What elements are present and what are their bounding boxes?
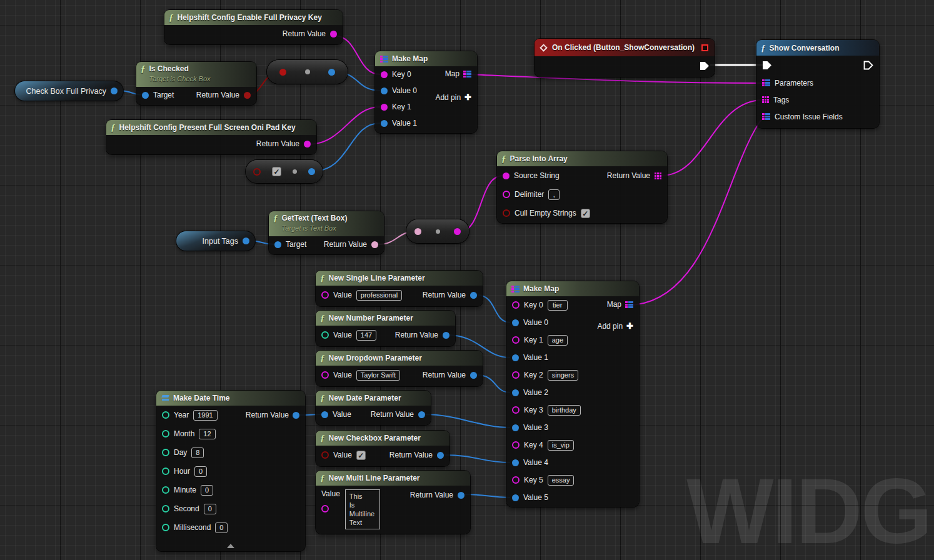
key5-field[interactable]: essay (548, 475, 575, 486)
object-output-pin[interactable] (328, 69, 335, 76)
node-new-checkbox-parameter[interactable]: ƒ New Checkbox Parameter Value ✓ Return … (316, 431, 449, 466)
value1-input-pin[interactable] (381, 120, 388, 127)
value-input-pin[interactable] (321, 331, 329, 339)
value-field[interactable]: 147 (356, 330, 376, 341)
node-show-conversation[interactable]: ƒ Show Conversation Parameters Tags (756, 40, 879, 128)
node-header[interactable]: ƒ Show Conversation (756, 40, 879, 56)
parameters-map-pin-icon[interactable] (762, 79, 770, 86)
exec-output-pin[interactable] (700, 61, 710, 71)
key0-field[interactable]: tier (548, 300, 568, 311)
bool-default-checkbox[interactable]: ✓ (272, 167, 281, 176)
node-header[interactable]: ƒ New Checkbox Parameter (316, 431, 449, 446)
value-field[interactable]: professional (356, 290, 402, 301)
node-input-tags[interactable]: Input Tags (176, 231, 255, 251)
key3-input-pin[interactable] (512, 406, 520, 414)
delegate-output-pin[interactable] (701, 44, 708, 51)
object-output-pin[interactable] (111, 88, 118, 94)
node-check-box-full-privacy[interactable]: Check Box Full Privacy (15, 81, 123, 101)
delimiter-input-pin[interactable] (503, 191, 510, 198)
node-header[interactable]: Make Map (506, 281, 639, 296)
tags-set-pin-icon[interactable] (762, 96, 769, 103)
value0-input-pin[interactable] (512, 319, 519, 326)
key1-field[interactable]: age (548, 335, 568, 346)
node-make-map-bottom[interactable]: Make Map Key 0 tier Value 0 Key 1 age Va… (506, 281, 639, 507)
node-header[interactable]: ƒ Helpshift Config Enable Full Privacy K… (164, 10, 343, 25)
cull-empty-checkbox[interactable]: ✓ (581, 209, 590, 218)
object-output-pin[interactable] (437, 452, 444, 459)
value3-input-pin[interactable] (512, 424, 519, 431)
key2-field[interactable]: singers (548, 370, 578, 381)
node-header[interactable]: ƒ Parse Into Array (497, 151, 667, 166)
bool-input-pin[interactable] (253, 168, 261, 176)
node-is-checked[interactable]: ƒ Is Checked Target is Check Box Target … (136, 62, 256, 105)
minute-input-pin[interactable] (162, 486, 169, 494)
value-input-pin[interactable] (321, 291, 329, 299)
object-output-pin[interactable] (458, 492, 464, 499)
key0-input-pin[interactable] (381, 71, 388, 78)
node-new-multi-line-parameter[interactable]: ƒ New Multi Line Parameter Value This Is… (316, 471, 470, 534)
node-new-date-parameter[interactable]: ƒ New Date Parameter Value Return Value (316, 391, 431, 425)
value4-input-pin[interactable] (512, 459, 519, 466)
key4-field[interactable]: is_vip (548, 440, 574, 451)
hour-input-pin[interactable] (162, 468, 169, 475)
text-input-pin[interactable] (414, 228, 421, 235)
text-output-pin[interactable] (371, 241, 378, 248)
collapse-arrow[interactable] (227, 544, 234, 548)
key2-input-pin[interactable] (512, 371, 520, 379)
node-header[interactable]: ƒ New Single Line Parameter (316, 271, 483, 286)
year-field[interactable]: 1991 (193, 410, 217, 421)
millisecond-field[interactable]: 0 (215, 522, 228, 533)
minute-field[interactable]: 0 (201, 485, 213, 496)
node-header[interactable]: ƒ New Date Parameter (316, 391, 431, 406)
object-output-pin[interactable] (243, 238, 249, 244)
custom-fields-map-pin-icon[interactable] (762, 113, 770, 120)
node-header[interactable]: ƒ GetText (Text Box) Target is Text Box (269, 211, 384, 236)
bool-output-pin[interactable] (244, 92, 251, 99)
multiline-text-field[interactable]: This Is Multiline Text (345, 489, 380, 529)
object-output-pin[interactable] (443, 332, 449, 339)
delimiter-field[interactable]: , (548, 189, 560, 200)
key0-input-pin[interactable] (512, 301, 520, 309)
node-new-number-parameter[interactable]: ƒ New Number Parameter Value 147 Return … (316, 311, 455, 346)
map-output-pin-icon[interactable] (463, 71, 471, 78)
node-helpshift-present-full-screen[interactable]: ƒ Helpshift Config Present Full Screen O… (106, 120, 316, 154)
node-gettext-text-box[interactable]: ƒ GetText (Text Box) Target is Text Box … (269, 211, 384, 254)
day-field[interactable]: 8 (191, 448, 204, 458)
month-input-pin[interactable] (162, 430, 169, 438)
target-input-pin[interactable] (142, 92, 149, 99)
node-header[interactable]: Make Date Time (156, 391, 305, 406)
value1-input-pin[interactable] (512, 354, 519, 361)
key1-input-pin[interactable] (512, 336, 520, 344)
hour-field[interactable]: 0 (194, 466, 207, 477)
node-new-dropdown-parameter[interactable]: ƒ New Dropdown Parameter Value Taylor Sw… (316, 351, 483, 386)
value-input-pin[interactable] (321, 451, 329, 459)
key5-input-pin[interactable] (512, 476, 520, 484)
object-output-pin[interactable] (470, 292, 477, 299)
month-field[interactable]: 12 (199, 429, 215, 439)
object-output-pin[interactable] (418, 411, 425, 418)
key4-input-pin[interactable] (512, 441, 520, 449)
value-input-pin[interactable] (321, 505, 329, 512)
string-output-pin[interactable] (304, 141, 311, 148)
second-field[interactable]: 0 (204, 504, 216, 514)
value5-input-pin[interactable] (512, 494, 519, 501)
millisecond-input-pin[interactable] (162, 524, 169, 531)
node-header[interactable]: ƒ New Dropdown Parameter (316, 351, 483, 366)
node-header[interactable]: ƒ Helpshift Config Present Full Screen O… (106, 120, 316, 135)
node-parse-into-array[interactable]: ƒ Parse Into Array Source String Return … (497, 151, 667, 223)
key1-input-pin[interactable] (381, 104, 388, 111)
key3-field[interactable]: birthday (548, 405, 581, 416)
second-input-pin[interactable] (162, 505, 169, 512)
value-input-pin[interactable] (321, 411, 328, 418)
node-on-clicked-event[interactable]: On Clicked (Button_ShowConversation) (535, 39, 715, 77)
node-header[interactable]: On Clicked (Button_ShowConversation) (535, 39, 715, 56)
node-new-single-line-parameter[interactable]: ƒ New Single Line Parameter Value profes… (316, 271, 483, 306)
add-pin-button[interactable]: Add pin ✚ (597, 321, 633, 331)
value-input-pin[interactable] (321, 371, 329, 379)
blueprint-canvas[interactable]: WIDGET Check Box Full Privacy ƒ Helpshif… (0, 0, 934, 560)
year-input-pin[interactable] (162, 411, 169, 419)
object-output-pin[interactable] (470, 372, 477, 379)
string-output-pin[interactable] (454, 228, 461, 235)
bool-input-pin[interactable] (279, 69, 286, 76)
node-header[interactable]: ƒ Is Checked Target is Check Box (136, 62, 256, 87)
